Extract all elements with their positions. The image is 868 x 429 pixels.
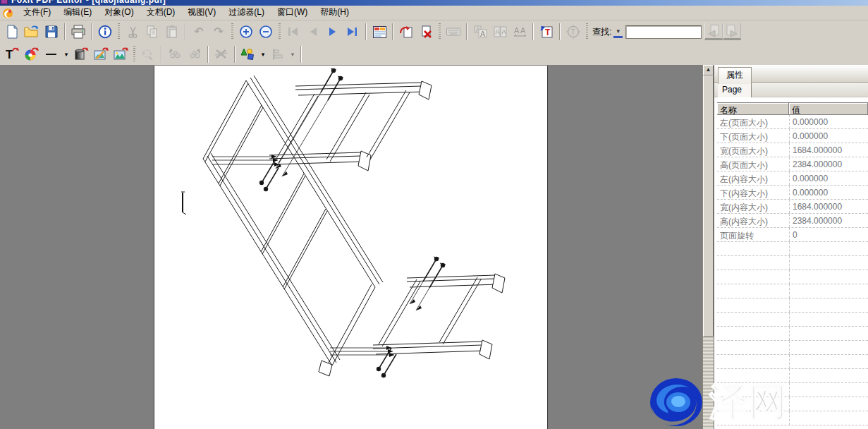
property-value[interactable]: 2384.000000 <box>789 214 868 227</box>
empty-row <box>717 341 868 355</box>
rotate-right-button[interactable] <box>185 45 204 64</box>
find-previous-button[interactable] <box>704 23 723 40</box>
font-expand-icon: AA <box>513 25 527 39</box>
menu-object[interactable]: 对象(O) <box>98 4 140 21</box>
save-button[interactable] <box>42 23 61 41</box>
vertical-scrollbar[interactable]: ▲ <box>702 65 714 429</box>
property-value[interactable]: 2384.000000 <box>789 157 868 171</box>
first-page-button[interactable] <box>283 23 303 41</box>
new-text-tool-button[interactable]: T <box>2 45 22 64</box>
toolbar-drag-grip[interactable] <box>231 23 233 40</box>
chevron-down-icon: ▾ <box>617 28 621 35</box>
menu-filter[interactable]: 过滤器(L) <box>222 4 271 21</box>
property-row[interactable]: 宽(页面大小)1684.000000 <box>717 143 868 157</box>
text-mode-button[interactable]: T <box>563 23 583 41</box>
toolbar-drag-grip[interactable] <box>586 23 588 40</box>
page-layout-button[interactable] <box>369 23 389 41</box>
menu-help[interactable]: 帮助(H) <box>314 4 355 21</box>
insert-image-button[interactable] <box>111 45 130 64</box>
new-document-button[interactable] <box>2 23 22 41</box>
zoom-in-button[interactable] <box>236 23 256 41</box>
property-name: 高(内容大小) <box>717 214 789 227</box>
pdf-page[interactable] <box>154 66 548 429</box>
document-info-button[interactable] <box>95 23 115 41</box>
insert-shape-button[interactable] <box>238 45 258 64</box>
cut-button[interactable] <box>123 23 142 41</box>
property-value[interactable]: 0 <box>789 228 868 241</box>
line-tool-button[interactable] <box>42 45 61 64</box>
scroll-up-button[interactable]: ▲ <box>703 65 714 75</box>
toolbar-drag-grip[interactable] <box>439 23 441 40</box>
empty-row <box>717 397 868 411</box>
copy-button[interactable] <box>142 23 162 41</box>
property-value[interactable]: 0.000000 <box>789 129 868 143</box>
toolbar-separator <box>365 23 367 40</box>
condense-font-button[interactable]: AA <box>490 23 510 41</box>
document-canvas[interactable] <box>0 65 702 429</box>
toolbar-drag-grip[interactable] <box>133 46 135 63</box>
property-value[interactable]: 0.000000 <box>789 171 868 185</box>
property-row[interactable]: 下(页面大小)0.000000 <box>717 129 868 143</box>
property-row[interactable]: 左(页面大小)0.000000 <box>717 115 868 129</box>
toolbar-drag-grip[interactable] <box>118 23 120 40</box>
menu-window[interactable]: 窗口(W) <box>271 4 314 21</box>
align-dropdown[interactable]: ▾ <box>288 45 298 64</box>
virtual-keyboard-button[interactable] <box>444 23 463 41</box>
find-options-dropdown[interactable]: ▾ <box>613 25 623 38</box>
scrollbar-track[interactable] <box>703 337 714 429</box>
edit-shape-button[interactable] <box>138 45 158 64</box>
last-page-button[interactable] <box>343 23 362 41</box>
color-wheel-icon <box>24 47 39 61</box>
property-value[interactable]: 0.000000 <box>789 115 868 128</box>
shading-tool-button[interactable] <box>71 45 91 64</box>
zoom-out-button[interactable] <box>256 23 276 41</box>
scrollbar-thumb[interactable] <box>703 75 714 337</box>
delete-page-button[interactable] <box>416 23 436 41</box>
rotate-left-button[interactable] <box>165 45 185 64</box>
chevron-down-icon: ▾ <box>65 51 68 58</box>
menu-file[interactable]: 文件(F) <box>17 4 57 21</box>
property-value[interactable]: 1684.000000 <box>789 143 868 157</box>
previous-page-button[interactable] <box>303 23 323 41</box>
property-row[interactable]: 左(内容大小)0.000000 <box>717 171 868 186</box>
color-tool-button[interactable] <box>22 45 42 64</box>
menu-document[interactable]: 文档(D) <box>140 4 182 21</box>
toolbar-objects: T ▾ ▾ ▾ <box>0 43 868 65</box>
tab-properties[interactable]: 属性 <box>718 67 752 84</box>
align-objects-button[interactable] <box>268 45 288 64</box>
paste-icon <box>165 25 179 39</box>
property-value[interactable]: 0.000000 <box>789 186 868 199</box>
open-file-button[interactable] <box>22 23 42 41</box>
add-text-object-button[interactable]: T <box>537 23 556 41</box>
edit-image-button[interactable] <box>91 45 111 64</box>
toolbar-separator <box>207 46 209 63</box>
next-page-button[interactable] <box>323 23 343 41</box>
toolbar-drag-grip[interactable] <box>279 23 281 40</box>
line-tool-dropdown[interactable]: ▾ <box>61 45 71 64</box>
expand-font-button[interactable]: AA <box>510 23 530 41</box>
property-row[interactable]: 高(内容大小)2384.000000 <box>717 214 868 228</box>
find-input[interactable] <box>625 25 702 39</box>
menu-edit[interactable]: 编辑(E) <box>57 4 98 21</box>
paste-button[interactable] <box>162 23 182 41</box>
undo-button[interactable]: ↶ <box>189 23 209 41</box>
delete-object-button[interactable] <box>212 45 231 64</box>
menu-view[interactable]: 视图(V) <box>181 4 222 21</box>
window-title: Foxit PDF Editor - [qiaojiadang.pdf] <box>11 0 166 5</box>
insert-page-button[interactable] <box>396 23 416 41</box>
property-row[interactable]: 宽(内容大小)1684.000000 <box>717 200 868 214</box>
replace-font-button[interactable]: AA <box>470 23 490 41</box>
redo-button[interactable]: ↷ <box>209 23 228 41</box>
find-next-button[interactable] <box>723 23 741 40</box>
tab-page[interactable]: Page <box>718 83 752 97</box>
insert-shape-dropdown[interactable]: ▾ <box>258 45 268 64</box>
property-value[interactable]: 1684.000000 <box>789 200 868 213</box>
toolbar-main: ↶ ↷ AA AA AA T T 查找: ▾ <box>0 20 868 43</box>
property-row[interactable]: 高(页面大小)2384.000000 <box>717 157 868 171</box>
property-row[interactable]: 页面旋转0 <box>717 228 868 242</box>
info-icon <box>98 25 112 39</box>
printer-icon <box>71 25 86 39</box>
empty-row <box>717 369 868 383</box>
print-button[interactable] <box>68 23 88 41</box>
property-row[interactable]: 下(内容大小)0.000000 <box>717 186 868 200</box>
